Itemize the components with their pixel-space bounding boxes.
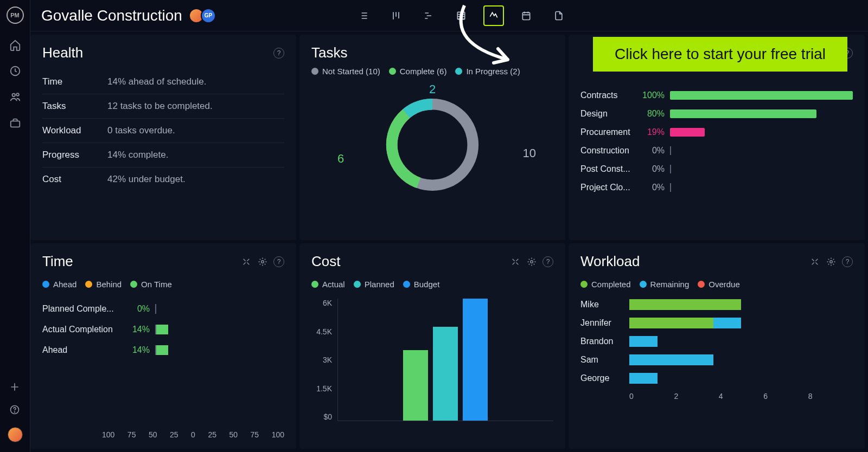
project-title: Govalle Construction [41,7,182,24]
legend-item: On Time [130,280,172,289]
legend-item: Actual [311,280,345,289]
cost-title: Cost [311,253,340,270]
svg-point-12 [830,260,833,263]
svg-rect-6 [457,12,464,19]
plus-icon[interactable] [9,382,21,393]
tasks-donut-chart: 2 6 10 [311,82,553,207]
svg-rect-7 [522,12,529,20]
workload-row: Jennifer [580,314,853,332]
legend-item: Ahead [42,280,76,289]
workload-panel: Workload ? Completed Remaining Overdue M… [569,243,865,449]
expand-icon[interactable] [241,256,252,267]
progress-row: Procurement 19% [580,123,853,141]
svg-point-2 [16,93,19,96]
help-icon[interactable] [9,404,21,416]
health-panel: Health ? Time14% ahead of schedule. Task… [30,35,296,240]
gear-icon[interactable] [826,256,837,267]
time-title: Time [42,253,73,270]
home-icon[interactable] [9,39,21,51]
time-panel: Time ? Ahead Behind On Time Planned Comp… [30,243,296,449]
view-gantt-icon[interactable] [418,5,439,26]
free-trial-cta[interactable]: Click here to start your free trial [593,37,847,72]
view-calendar-icon[interactable] [516,5,537,26]
workload-row: Mike [580,295,853,314]
svg-point-5 [14,412,15,412]
gear-icon[interactable] [257,256,268,267]
svg-point-10 [261,260,264,263]
people-icon[interactable] [9,91,21,103]
svg-rect-3 [10,121,20,127]
donut-value-top: 2 [429,82,436,96]
health-row: Progress14% complete. [42,143,284,167]
gear-icon[interactable] [526,256,537,267]
progress-row: Contracts 100% [580,86,853,105]
legend-item: Budget [403,280,440,289]
view-dashboard-icon[interactable] [483,5,504,26]
help-icon[interactable]: ? [273,256,284,267]
cost-bar-actual [403,350,428,421]
view-file-icon[interactable] [548,5,569,26]
time-axis: 1007550250255075100 [42,430,284,439]
workload-row: George [580,369,853,388]
legend-item: Complete (6) [389,67,447,76]
view-switcher [353,5,569,26]
health-row: Time14% ahead of schedule. [42,70,284,94]
progress-row: Construction 0% [580,141,853,160]
help-icon[interactable]: ? [273,48,284,59]
legend-item: In Progress (2) [455,67,520,76]
health-row: Tasks12 tasks to be completed. [42,94,284,119]
sidebar: PM [0,0,30,452]
donut-value-right: 10 [523,146,536,160]
cost-bar-planned [433,327,458,421]
legend-item: Overdue [698,280,740,289]
expand-icon[interactable] [809,256,820,267]
cost-bar-budget [463,299,488,421]
help-icon[interactable]: ? [842,256,853,267]
project-avatars[interactable]: GP [192,8,216,23]
progress-title [580,44,584,61]
briefcase-icon[interactable] [9,117,21,129]
progress-row: Post Const... 0% [580,160,853,178]
health-row: Workload0 tasks overdue. [42,119,284,143]
legend-item: Behind [85,280,122,289]
time-row: Actual Completion 14% [42,319,284,340]
view-table-icon[interactable] [451,5,471,26]
progress-row: Design 80% [580,105,853,123]
clock-icon[interactable] [9,65,21,77]
cost-panel: Cost ? Actual Planned Budget 6K 4.5K 3K … [299,243,565,449]
svg-point-1 [12,94,15,97]
view-list-icon[interactable] [353,5,374,26]
legend-item: Remaining [640,280,690,289]
view-board-icon[interactable] [386,5,406,26]
avatar-2[interactable]: GP [201,8,216,23]
legend-item: Not Started (10) [311,67,380,76]
workload-row: Sam [580,351,853,369]
logo[interactable]: PM [7,7,24,24]
legend-item: Completed [580,280,631,289]
expand-icon[interactable] [510,256,521,267]
health-row: Cost42% under budget. [42,167,284,191]
tasks-title: Tasks [311,44,347,61]
health-title: Health [42,44,83,61]
workload-axis: 02468 [629,388,853,401]
help-icon[interactable]: ? [542,256,553,267]
user-avatar[interactable] [8,427,23,442]
workload-row: Brandon [580,332,853,351]
cost-bar-chart: 6K 4.5K 3K 1.5K $0 [311,299,553,421]
svg-point-11 [531,260,533,263]
time-row: Planned Comple... 0% [42,299,284,319]
workload-title: Workload [580,253,640,270]
time-row: Ahead 14% [42,340,284,360]
tasks-panel: Tasks Not Started (10) Complete (6) In P… [299,35,565,240]
topbar: Govalle Construction GP [30,0,868,31]
progress-row: Project Clo... 0% [580,178,853,197]
donut-value-left: 6 [337,152,344,166]
legend-item: Planned [354,280,394,289]
